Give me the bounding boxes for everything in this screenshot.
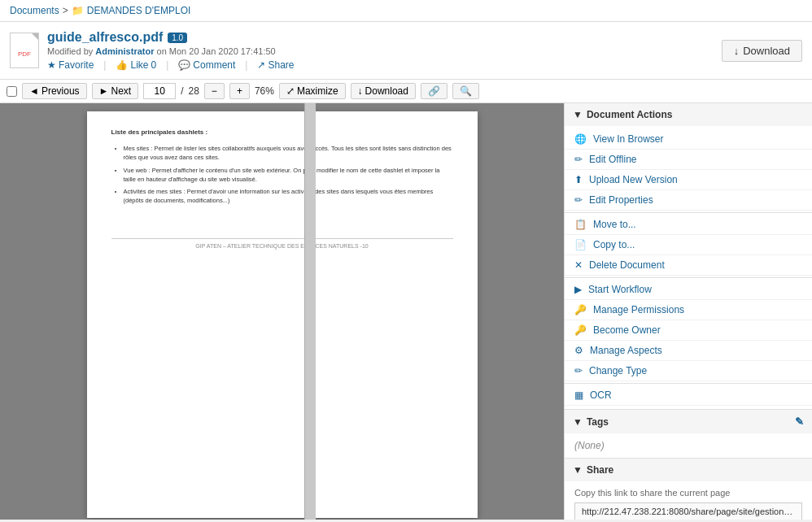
breadcrumb-separator: > [63, 5, 68, 16]
chain-icon: 🔗 [428, 85, 440, 97]
copy-to-action[interactable]: 📄 Copy to... [565, 235, 812, 255]
thumbup-icon: 👍 [116, 59, 128, 71]
delete-icon: ✕ [574, 259, 583, 271]
pdf-viewer[interactable]: Liste des principales dashlets : Mes sit… [0, 103, 564, 520]
breadcrumb: Documents > 📁 DEMANDES D'EMPLOI [0, 0, 812, 22]
share-header[interactable]: ▼ Share [565, 459, 812, 481]
pdf-bullet-1: Mes sites : Permet de lister les sites c… [124, 144, 453, 163]
ocr-icon: ▦ [574, 389, 583, 401]
maximize-icon: ⤢ [286, 85, 295, 97]
pdf-bullet-2: Vue web : Permet d'afficher le contenu d… [124, 166, 453, 185]
next-button[interactable]: ► Next [92, 83, 139, 99]
zoom-out-icon: − [212, 85, 217, 97]
pdf-heading: Liste des principales dashlets : [111, 128, 453, 137]
share-icon: ↗ [257, 59, 265, 71]
aspects-icon: ⚙ [574, 345, 583, 356]
start-workflow-action[interactable]: ▶ Start Workflow [565, 280, 812, 300]
chain-button[interactable]: 🔗 [421, 83, 447, 99]
share-content: Copy this link to share the current page… [565, 481, 812, 520]
breadcrumb-documents-link[interactable]: Documents [10, 5, 59, 16]
search-button[interactable]: 🔍 [452, 83, 479, 99]
tags-triangle-icon: ▼ [573, 416, 583, 428]
copy-icon: 📄 [574, 239, 587, 250]
pdf-page: Liste des principales dashlets : Mes sit… [87, 111, 478, 518]
file-header: PDF guide_alfresco.pdf 1.0 Modified by A… [0, 22, 812, 80]
toolbar-download-button[interactable]: ↓ Download [351, 83, 416, 99]
document-actions-header[interactable]: ▼ Document Actions [565, 103, 812, 126]
share-triangle-icon: ▼ [573, 464, 583, 476]
type-icon: ✏ [574, 365, 583, 376]
action-list: 🌐 View In Browser ✏ Edit Offline ⬆ Uploa… [565, 126, 812, 409]
change-type-action[interactable]: ✏ Change Type [565, 361, 812, 381]
tags-header[interactable]: ▼ Tags ✎ [565, 410, 812, 433]
triangle-down-icon: ▼ [573, 109, 583, 120]
search-icon: 🔍 [460, 85, 472, 97]
tags-content: (None) [565, 433, 812, 458]
tags-none-label: (None) [574, 440, 605, 451]
tags-section: ▼ Tags ✎ (None) [565, 410, 812, 459]
pdf-bullets: Mes sites : Permet de lister les sites c… [124, 144, 453, 206]
share-link[interactable]: ↗ Share [257, 59, 294, 71]
zoom-out-button[interactable]: − [204, 83, 225, 99]
pdf-bullet-3: Activités de mes sites : Permet d'avoir … [124, 187, 453, 206]
file-icon: PDF [10, 33, 39, 68]
upload-new-version-action[interactable]: ⬆ Upload New Version [565, 170, 812, 190]
file-meta: Modified by Administrator on Mon 20 Jan … [47, 46, 294, 56]
maximize-button[interactable]: ⤢ Maximize [279, 83, 346, 99]
pdf-footer: GIP ATEN – ATELIER TECHNIQUE DES ESPACES… [111, 238, 453, 251]
edit-offline-icon: ✏ [574, 154, 583, 165]
manage-permissions-action[interactable]: 🔑 Manage Permissions [565, 300, 812, 320]
prev-arrow-icon: ◄ [29, 85, 39, 97]
tags-edit-icon[interactable]: ✎ [795, 415, 804, 428]
document-actions-section: ▼ Document Actions 🌐 View In Browser ✏ E… [565, 103, 812, 410]
download-arrow-icon: ↓ [734, 45, 740, 57]
zoom-in-button[interactable]: + [229, 83, 250, 99]
share-description: Copy this link to share the current page [574, 488, 802, 498]
breadcrumb-folder-link[interactable]: DEMANDES D'EMPLOI [87, 5, 191, 16]
zoom-level: 76% [255, 85, 274, 97]
share-url[interactable]: http://212.47.238.221:8080/share/page/si… [574, 502, 802, 520]
edit-props-icon: ✏ [574, 194, 583, 206]
main-content: Liste des principales dashlets : Mes sit… [0, 103, 812, 520]
upload-icon: ⬆ [574, 174, 583, 185]
view-in-browser-action[interactable]: 🌐 View In Browser [565, 129, 812, 150]
thumbnail-toggle[interactable] [7, 86, 17, 97]
star-icon: ★ [47, 59, 56, 71]
like-link[interactable]: 👍 Like 0 [116, 59, 156, 71]
next-arrow-icon: ► [99, 85, 109, 97]
owner-icon: 🔑 [574, 324, 587, 336]
action-separator-1 [565, 212, 812, 213]
right-panel: ▼ Document Actions 🌐 View In Browser ✏ E… [564, 103, 812, 520]
become-owner-action[interactable]: 🔑 Become Owner [565, 320, 812, 341]
breadcrumb-folder-icon: 📁 [72, 5, 84, 16]
browser-icon: 🌐 [574, 133, 587, 145]
download-button[interactable]: ↓ Download [722, 40, 802, 62]
key-icon: 🔑 [574, 304, 587, 315]
file-author: Administrator [95, 46, 154, 56]
share-section: ▼ Share Copy this link to share the curr… [565, 459, 812, 520]
action-separator-2 [565, 277, 812, 278]
delete-document-action[interactable]: ✕ Delete Document [565, 255, 812, 276]
edit-offline-action[interactable]: ✏ Edit Offline [565, 150, 812, 170]
manage-aspects-action[interactable]: ⚙ Manage Aspects [565, 341, 812, 361]
action-separator-3 [565, 383, 812, 384]
toolbar-download-icon: ↓ [358, 85, 363, 97]
edit-properties-action[interactable]: ✏ Edit Properties [565, 190, 812, 211]
move-icon: 📋 [574, 219, 587, 230]
pdf-scrollbar[interactable] [304, 103, 316, 520]
prev-button[interactable]: ◄ Previous [22, 83, 87, 99]
file-actions-bar: ★ Favorite | 👍 Like 0 | 💬 Comment | ↗ Sh [47, 59, 294, 71]
move-to-action[interactable]: 📋 Move to... [565, 215, 812, 235]
page-separator: / [181, 85, 183, 97]
file-version-badge: 1.0 [168, 33, 187, 43]
pdf-toolbar: ◄ Previous ► Next / 28 − + 76% ⤢ Maximiz… [0, 80, 812, 103]
comment-link[interactable]: 💬 Comment [178, 59, 235, 71]
page-number-input[interactable] [143, 83, 176, 99]
total-pages: 28 [189, 85, 199, 97]
comment-icon: 💬 [178, 59, 190, 71]
file-title: guide_alfresco.pdf [47, 30, 163, 45]
workflow-icon: ▶ [574, 284, 582, 295]
zoom-in-icon: + [237, 85, 242, 97]
ocr-action[interactable]: ▦ OCR [565, 385, 812, 406]
favorite-link[interactable]: ★ Favorite [47, 59, 94, 71]
